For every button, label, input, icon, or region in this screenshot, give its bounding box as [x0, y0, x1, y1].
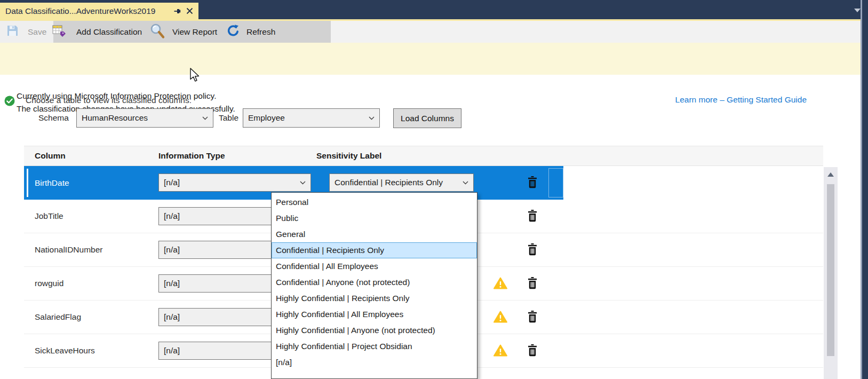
load-columns-label: Load Columns	[401, 114, 454, 123]
column-name: BirthDate	[35, 178, 69, 188]
document-tab-strip: Data Classificatio...AdventureWorks2019	[0, 0, 868, 19]
grid-header: Column Information Type Sensitivity Labe…	[24, 146, 823, 166]
close-icon[interactable]	[186, 7, 193, 14]
schema-label: Schema	[38, 113, 69, 123]
sensitivity-option[interactable]: Highly Confidential | Project Obsidian	[272, 338, 477, 354]
toolbar: Save Add Classification	[0, 21, 862, 43]
sensitivity-option[interactable]: Highly Confidential | All Employees	[272, 306, 477, 322]
row-selection-bar	[27, 169, 28, 197]
warning-triangle-icon	[493, 311, 507, 325]
refresh-label: Refresh	[246, 27, 275, 37]
add-classification-button[interactable]	[52, 21, 67, 43]
column-name: JobTitle	[35, 211, 63, 221]
chevron-down-icon	[202, 116, 208, 120]
vertical-scrollbar[interactable]	[824, 167, 838, 379]
refresh-icon	[227, 24, 240, 40]
schema-value: HumanResources	[82, 113, 199, 123]
data-classification-window: Data Classificatio...AdventureWorks2019	[0, 0, 868, 379]
sensitivity-option[interactable]: Public	[272, 210, 477, 226]
table-select[interactable]: Employee	[243, 108, 380, 128]
warning-triangle-icon	[493, 344, 507, 359]
tab-title: Data Classificatio...AdventureWorks2019	[5, 6, 169, 16]
column-name: rowguid	[35, 279, 63, 288]
delete-button[interactable]	[527, 176, 538, 191]
column-name: NationalIDNumber	[35, 245, 103, 255]
sensitivity-label-select[interactable]: Confidential | Recipients Only	[329, 173, 474, 192]
chevron-down-icon	[463, 181, 468, 185]
sensitivity-option[interactable]: Personal	[272, 194, 477, 210]
choose-table-label: Choose a table to view its classified co…	[26, 96, 192, 105]
warning-triangle-icon	[493, 277, 507, 291]
green-check-icon	[4, 96, 15, 108]
sensitivity-label-value: Confidential | Recipients Only	[335, 178, 459, 187]
sensitivity-option[interactable]: Highly Confidential | Recipients Only	[272, 290, 477, 306]
header-column: Column	[35, 151, 66, 161]
scrollbar-thumb[interactable]	[827, 184, 834, 356]
column-name: SickLeaveHours	[35, 346, 95, 356]
tab-list-dropdown-icon[interactable]	[854, 9, 861, 12]
sensitivity-option[interactable]: Confidential | All Employees	[272, 258, 477, 274]
magnifier-icon	[149, 23, 165, 41]
header-information-type: Information Type	[158, 151, 225, 161]
column-name: SalariedFlag	[35, 312, 81, 322]
add-classification-label: Add Classification	[76, 27, 142, 37]
save-label: Save	[28, 27, 46, 37]
table-label: Table	[219, 113, 238, 123]
mouse-cursor	[188, 67, 201, 84]
table-value: Employee	[248, 113, 365, 123]
learn-more-link[interactable]: Learn more – Getting Started Guide	[675, 95, 807, 105]
delete-button[interactable]	[527, 344, 538, 359]
tab-data-classification[interactable]: Data Classificatio...AdventureWorks2019	[0, 3, 198, 19]
sensitivity-option[interactable]: General	[272, 226, 477, 242]
refresh-button[interactable]	[227, 21, 240, 43]
load-columns-button[interactable]: Load Columns	[393, 108, 461, 128]
delete-button[interactable]	[527, 210, 538, 224]
information-type-select[interactable]: [n/a]	[158, 173, 311, 192]
sensitivity-option[interactable]: Confidential | Anyone (not protected)	[272, 274, 477, 290]
sensitivity-option[interactable]: Highly Confidential | Anyone (not protec…	[272, 322, 477, 338]
floppy-disk-icon	[6, 25, 19, 39]
delete-button[interactable]	[527, 243, 538, 258]
chevron-down-icon	[300, 181, 306, 185]
view-report-button[interactable]	[149, 21, 165, 43]
chevron-down-icon	[369, 116, 375, 120]
window-edge	[861, 0, 868, 379]
pin-icon[interactable]	[174, 7, 181, 15]
table-tag-icon	[52, 24, 67, 40]
save-button[interactable]	[6, 21, 19, 43]
header-sensitivity-label: Sensitivity Label	[316, 151, 381, 161]
view-report-label: View Report	[172, 27, 217, 37]
schema-select[interactable]: HumanResources	[76, 108, 213, 128]
delete-button[interactable]	[527, 277, 538, 291]
sensitivity-option[interactable]: Confidential | Recipients Only	[272, 242, 477, 258]
scroll-up-icon[interactable]	[827, 172, 834, 177]
delete-button[interactable]	[527, 311, 538, 325]
status-banner: Currently using Microsoft Information Pr…	[0, 43, 862, 75]
sensitivity-option[interactable]: [n/a]	[272, 354, 477, 370]
information-type-value: [n/a]	[164, 178, 297, 187]
sensitivity-dropdown-list: Personal Public General Confidential | R…	[271, 192, 477, 379]
row-focus-box	[548, 168, 563, 198]
